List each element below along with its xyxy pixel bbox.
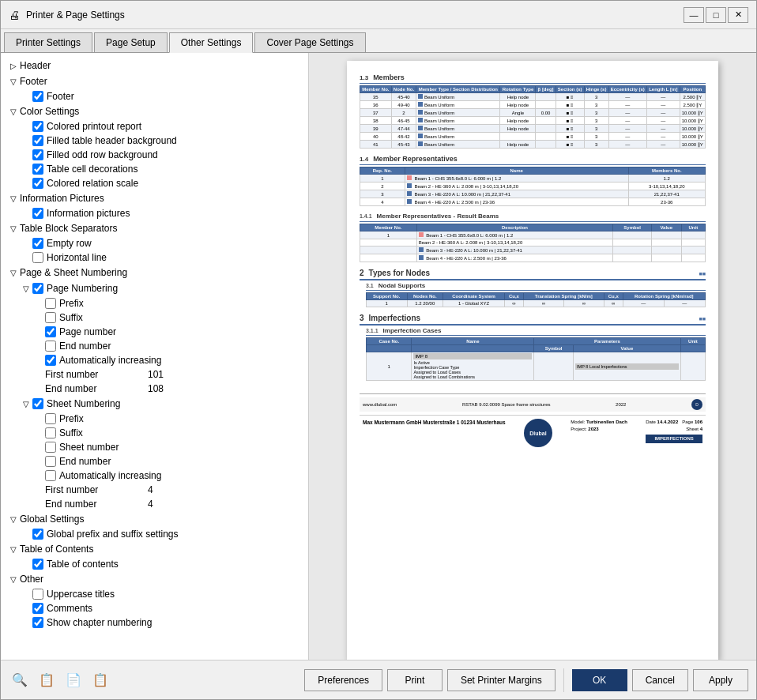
tab-cover-page-settings[interactable]: Cover Page Settings — [254, 32, 365, 52]
page-numbering-checkbox[interactable] — [32, 283, 43, 294]
tree-item-filled-table-header[interactable]: Filled table header background — [1, 134, 308, 148]
content-area: ▷ Header ▽ Footer Footer ▽ Color Setting… — [1, 53, 756, 660]
section-1-4-num: 1.4 — [360, 156, 368, 163]
tree-item-sn-end-number[interactable]: End number — [1, 454, 308, 469]
tree-item-sheet-numbering[interactable]: ▽ Sheet Numbering — [1, 396, 308, 412]
tree-item-uppercase-titles[interactable]: Uppercase titles — [1, 587, 308, 601]
tree-item-horizontal-line[interactable]: Horizontal line — [1, 250, 308, 265]
tab-page-setup[interactable]: Page Setup — [94, 32, 168, 52]
show-chapter-checkbox[interactable] — [32, 617, 43, 628]
tab-printer-settings[interactable]: Printer Settings — [4, 32, 92, 52]
set-printer-margins-button[interactable]: Set Printer Margins — [447, 669, 556, 691]
window-title: Printer & Page Settings — [26, 9, 125, 21]
preferences-button[interactable]: Preferences — [304, 669, 382, 691]
tree-item-table-block-sep[interactable]: ▽ Table Block Separators — [1, 220, 308, 236]
tree-item-sn-sheet-number[interactable]: Sheet number — [1, 440, 308, 454]
horizontal-line-checkbox[interactable] — [32, 252, 43, 263]
expand-page-numbering[interactable]: ▽ — [20, 282, 32, 295]
tree-item-footer-cb[interactable]: Footer — [1, 89, 308, 103]
members-table: Member No. Node No. Member Type / Sectio… — [360, 85, 706, 149]
tree-item-pn-auto-inc[interactable]: Automatically increasing — [1, 353, 308, 367]
minimize-button[interactable]: — — [684, 7, 704, 23]
nodal-supports-table: Support No. Nodes No. Coordinate System … — [366, 292, 706, 307]
uppercase-titles-checkbox[interactable] — [32, 589, 43, 600]
preview-year: 2022 — [616, 402, 626, 407]
tree-item-color-settings[interactable]: ▽ Color Settings — [1, 103, 308, 119]
preview-page: 1.3 Members Member No. Node No. Member T… — [347, 61, 718, 660]
tree-item-comments[interactable]: Comments — [1, 601, 308, 615]
global-prefix-suffix-checkbox[interactable] — [32, 529, 43, 540]
tree-item-page-numbering[interactable]: ▽ Page Numbering — [1, 280, 308, 296]
tree-item-sn-suffix[interactable]: Suffix — [1, 426, 308, 440]
sn-auto-inc-checkbox[interactable] — [45, 470, 56, 481]
sn-suffix-checkbox[interactable] — [45, 427, 56, 438]
expand-color-settings[interactable]: ▽ — [7, 105, 20, 118]
pn-prefix-checkbox[interactable] — [45, 298, 56, 309]
expand-table-block-sep[interactable]: ▽ — [7, 222, 20, 235]
tree-item-pn-end-number[interactable]: End number — [1, 339, 308, 353]
company-name: Max Mustermann GmbH Musterstraße 1 01234… — [363, 419, 506, 427]
preview-company: Max Mustermann GmbH Musterstraße 1 01234… — [363, 419, 506, 427]
tree-item-colored-relation[interactable]: Colored relation scale — [1, 176, 308, 190]
cancel-button[interactable]: Cancel — [632, 669, 688, 691]
comments-checkbox[interactable] — [32, 603, 43, 614]
tree-item-other[interactable]: ▽ Other — [1, 571, 308, 587]
tree-item-sn-prefix[interactable]: Prefix — [1, 412, 308, 426]
tree-item-page-sheet-numbering[interactable]: ▽ Page & Sheet Numbering — [1, 265, 308, 280]
print-button[interactable]: Print — [387, 669, 443, 691]
filled-table-header-checkbox[interactable] — [32, 135, 43, 146]
sn-prefix-checkbox[interactable] — [45, 413, 56, 424]
tree-item-info-pictures[interactable]: ▽ Information Pictures — [1, 190, 308, 206]
tree-item-table-of-contents[interactable]: ▽ Table of Contents — [1, 541, 308, 557]
tree-item-header[interactable]: ▷ Header — [1, 58, 308, 73]
colored-relation-checkbox[interactable] — [32, 178, 43, 189]
page-title-tag: IMPERFECTIONS — [646, 435, 702, 443]
tree-item-global-prefix-suffix[interactable]: Global prefix and suffix settings — [1, 527, 308, 541]
pn-end-number-checkbox[interactable] — [45, 341, 56, 352]
sn-sheet-number-checkbox[interactable] — [45, 442, 56, 453]
colored-printout-checkbox[interactable] — [32, 121, 43, 132]
section-3-title: Imperfections — [369, 314, 421, 322]
tree-item-filled-odd-row[interactable]: Filled odd row background — [1, 148, 308, 162]
tree-item-sn-auto-inc[interactable]: Automatically increasing — [1, 469, 308, 483]
filled-odd-row-checkbox[interactable] — [32, 149, 43, 160]
expand-table-of-contents[interactable]: ▽ — [7, 543, 20, 555]
pn-suffix-checkbox[interactable] — [45, 312, 56, 323]
bookmark-icon-btn[interactable]: 📋 — [36, 669, 58, 691]
maximize-button[interactable]: □ — [706, 7, 726, 23]
tree-item-pn-prefix[interactable]: Prefix — [1, 296, 308, 310]
tree-item-global-settings[interactable]: ▽ Global Settings — [1, 511, 308, 527]
empty-row-checkbox[interactable] — [32, 238, 43, 249]
close-button[interactable]: ✕ — [728, 7, 748, 23]
document-icon-btn[interactable]: 📄 — [62, 669, 85, 691]
expand-footer[interactable]: ▽ — [7, 75, 20, 88]
pn-auto-inc-checkbox[interactable] — [45, 355, 56, 366]
tree-item-toc-cb[interactable]: Table of contents — [1, 557, 308, 571]
footer-checkbox[interactable] — [32, 91, 43, 102]
expand-page-sheet-numbering[interactable]: ▽ — [7, 266, 20, 279]
pn-page-number-checkbox[interactable] — [45, 326, 56, 337]
sn-end-number-checkbox[interactable] — [45, 456, 56, 467]
sheet-numbering-checkbox[interactable] — [32, 398, 43, 409]
tree-item-empty-row[interactable]: Empty row — [1, 236, 308, 250]
tree-item-info-pics-cb[interactable]: Information pictures — [1, 206, 308, 220]
tree-item-table-cell-dec[interactable]: Table cell decorations — [1, 162, 308, 176]
ok-button[interactable]: OK — [572, 669, 627, 691]
tree-item-show-chapter[interactable]: Show chapter numbering — [1, 615, 308, 630]
tab-other-settings[interactable]: Other Settings — [169, 32, 254, 53]
tree-item-colored-printout[interactable]: Colored printout report — [1, 119, 308, 134]
tree-item-pn-suffix[interactable]: Suffix — [1, 310, 308, 325]
apply-button[interactable]: Apply — [693, 669, 748, 691]
expand-header[interactable]: ▷ — [7, 59, 20, 72]
expand-global-settings[interactable]: ▽ — [7, 513, 20, 525]
expand-other[interactable]: ▽ — [7, 573, 20, 585]
tree-item-pn-page-number[interactable]: Page number — [1, 325, 308, 339]
table-cell-dec-checkbox[interactable] — [32, 164, 43, 175]
search-icon-btn[interactable]: 🔍 — [9, 669, 31, 691]
tree-item-footer-section[interactable]: ▽ Footer — [1, 73, 308, 89]
expand-info-pictures[interactable]: ▽ — [7, 192, 20, 205]
info-pics-checkbox[interactable] — [32, 208, 43, 219]
copy-icon-btn[interactable]: 📋 — [89, 669, 111, 691]
expand-sheet-numbering[interactable]: ▽ — [20, 397, 32, 410]
toc-checkbox[interactable] — [32, 559, 43, 570]
